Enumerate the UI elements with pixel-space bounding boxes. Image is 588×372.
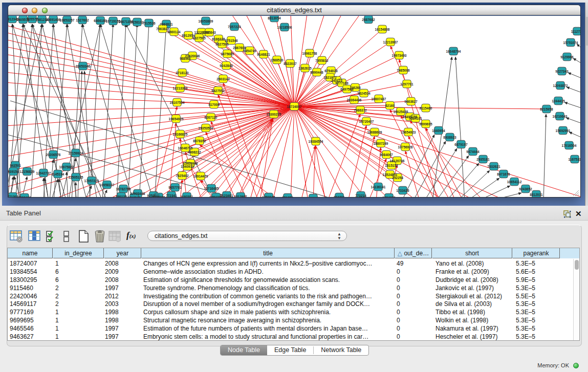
- svg-text:1588520: 1588520: [270, 58, 284, 62]
- svg-text:19218506: 19218506: [277, 26, 292, 29]
- svg-text:7723410: 7723410: [307, 196, 320, 198]
- svg-text:939154: 939154: [8, 170, 19, 173]
- svg-text:19654925: 19654925: [169, 117, 184, 121]
- svg-text:1615152: 1615152: [385, 164, 398, 167]
- svg-text:15751074: 15751074: [563, 41, 578, 45]
- svg-text:7663821: 7663821: [160, 23, 173, 26]
- svg-text:9243652: 9243652: [519, 187, 532, 191]
- svg-text:8215958: 8215958: [540, 107, 553, 111]
- svg-text:8812031: 8812031: [530, 193, 543, 196]
- svg-text:7625402: 7625402: [176, 174, 189, 178]
- svg-text:988961: 988961: [180, 57, 191, 60]
- svg-text:3875685: 3875685: [221, 52, 234, 56]
- svg-text:9912041: 9912041: [127, 196, 141, 198]
- svg-text:1640954: 1640954: [432, 129, 445, 133]
- svg-text:9584101: 9584101: [409, 117, 422, 120]
- svg-text:10958107: 10958107: [100, 183, 115, 187]
- svg-text:6794028: 6794028: [324, 69, 338, 73]
- svg-text:19353594: 19353594: [199, 126, 213, 130]
- svg-text:2718120: 2718120: [176, 71, 189, 75]
- svg-text:16648794: 16648794: [446, 50, 461, 53]
- svg-text:1112733: 1112733: [571, 30, 580, 33]
- svg-text:19166825: 19166825: [173, 133, 188, 136]
- svg-text:1362615: 1362615: [298, 67, 312, 70]
- svg-text:7357224: 7357224: [228, 25, 241, 29]
- svg-text:10961758: 10961758: [302, 52, 317, 55]
- svg-text:6466160: 6466160: [94, 19, 107, 23]
- svg-text:12093872: 12093872: [553, 84, 568, 87]
- svg-text:8990448: 8990448: [310, 71, 323, 74]
- svg-text:1605843: 1605843: [203, 31, 216, 34]
- svg-text:17016504: 17016504: [562, 144, 577, 147]
- svg-text:20053346: 20053346: [76, 64, 91, 68]
- svg-text:9284711: 9284711: [210, 195, 223, 198]
- svg-text:20691406: 20691406: [46, 18, 61, 21]
- svg-text:746266: 746266: [350, 86, 361, 90]
- svg-text:16107554: 16107554: [170, 101, 185, 104]
- svg-text:9084067: 9084067: [380, 153, 393, 157]
- svg-text:4498222: 4498222: [188, 150, 201, 154]
- svg-text:9242848: 9242848: [220, 64, 233, 68]
- svg-text:1782345: 1782345: [262, 195, 275, 198]
- svg-text:8322037: 8322037: [284, 62, 297, 65]
- svg-text:9129966: 9129966: [560, 55, 574, 59]
- svg-text:9158102: 9158102: [130, 20, 144, 24]
- svg-text:19654923: 19654923: [401, 130, 416, 134]
- svg-text:9327506: 9327506: [215, 42, 229, 46]
- svg-text:3624534: 3624534: [357, 92, 371, 95]
- svg-text:1167533: 1167533: [569, 158, 580, 161]
- svg-text:7632621: 7632621: [487, 165, 500, 168]
- svg-text:6879197: 6879197: [454, 143, 468, 146]
- svg-text:1297701: 1297701: [400, 82, 413, 86]
- svg-text:8823410: 8823410: [18, 196, 31, 198]
- svg-text:16046765: 16046765: [178, 146, 193, 150]
- svg-text:8938923: 8938923: [443, 136, 456, 139]
- svg-text:10688609: 10688609: [367, 130, 382, 134]
- svg-text:17957223: 17957223: [84, 179, 99, 183]
- svg-text:9699695: 9699695: [419, 122, 432, 126]
- svg-text:7955812: 7955812: [315, 59, 329, 62]
- svg-text:8267110: 8267110: [205, 116, 217, 119]
- svg-text:10975887: 10975887: [59, 165, 74, 169]
- svg-text:12156829: 12156829: [20, 170, 35, 173]
- svg-text:1192301: 1192301: [181, 195, 193, 198]
- svg-text:8427552: 8427552: [211, 89, 225, 93]
- svg-text:1334655: 1334655: [382, 196, 396, 198]
- svg-text:12942737: 12942737: [36, 171, 51, 175]
- svg-text:16120746: 16120746: [390, 159, 405, 163]
- svg-text:1145194: 1145194: [52, 172, 64, 176]
- svg-text:8471676: 8471676: [497, 172, 510, 176]
- svg-text:1244415: 1244415: [552, 99, 565, 103]
- svg-text:12213369: 12213369: [173, 86, 188, 90]
- svg-text:8678352: 8678352: [193, 139, 206, 143]
- svg-text:20364436: 20364436: [347, 98, 362, 102]
- svg-text:7515526: 7515526: [142, 21, 156, 25]
- svg-text:9463627: 9463627: [404, 100, 418, 103]
- svg-text:12213967: 12213967: [383, 40, 398, 44]
- svg-text:771203: 771203: [8, 195, 18, 198]
- svg-text:9227343: 9227343: [555, 70, 569, 73]
- svg-text:9777169: 9777169: [335, 81, 349, 85]
- svg-text:881273: 881273: [282, 196, 293, 198]
- svg-text:62160: 62160: [385, 104, 395, 107]
- svg-text:12505135: 12505135: [69, 176, 83, 179]
- svg-text:904211: 904211: [334, 195, 345, 198]
- svg-text:772341: 772341: [166, 194, 177, 198]
- svg-text:2751546: 2751546: [225, 39, 238, 42]
- svg-text:1527602: 1527602: [76, 18, 89, 22]
- svg-text:2231909: 2231909: [152, 195, 165, 198]
- svg-text:10756928: 10756928: [398, 145, 413, 149]
- svg-text:2603144: 2603144: [216, 77, 230, 81]
- svg-text:16154808: 16154808: [375, 28, 390, 31]
- svg-text:10973493: 10973493: [392, 54, 407, 57]
- svg-text:16782759: 16782759: [116, 187, 131, 191]
- svg-text:16914479: 16914479: [193, 174, 208, 178]
- svg-text:2935181: 2935181: [476, 158, 490, 161]
- svg-text:10807487: 10807487: [372, 97, 386, 101]
- svg-text:7485006: 7485006: [397, 69, 410, 72]
- svg-text:9146821: 9146821: [257, 53, 270, 56]
- svg-text:16053809: 16053809: [199, 19, 213, 23]
- svg-text:14136141: 14136141: [371, 185, 386, 189]
- svg-text:8454749: 8454749: [243, 49, 256, 53]
- svg-text:15716485: 15716485: [204, 187, 219, 190]
